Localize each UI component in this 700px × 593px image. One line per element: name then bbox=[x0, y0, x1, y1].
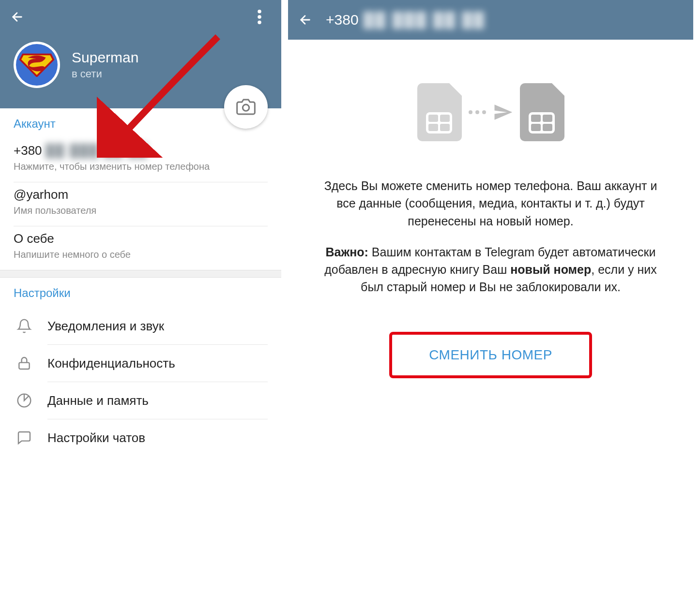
settings-section: Настройки Уведомления и звук Конфиденциа… bbox=[0, 278, 281, 459]
bio-item[interactable]: О себе Напишите немного о себе bbox=[14, 226, 268, 267]
svg-point-2 bbox=[258, 15, 261, 19]
sim-old-icon bbox=[417, 83, 462, 141]
username-hint: Имя пользователя bbox=[14, 205, 268, 216]
profile-status: в сети bbox=[72, 68, 138, 80]
sim-transfer-illustration bbox=[307, 83, 674, 141]
change-number-label: СМЕНИТЬ НОМЕР bbox=[429, 347, 552, 363]
back-button[interactable] bbox=[0, 0, 34, 34]
username-item[interactable]: @yarhom Имя пользователя bbox=[14, 182, 268, 223]
avatar[interactable] bbox=[14, 42, 60, 88]
profile-header: Superman в сети bbox=[0, 0, 281, 108]
change-photo-button[interactable] bbox=[224, 85, 268, 129]
settings-item-chat[interactable]: Настройки чатов bbox=[14, 419, 268, 456]
settings-item-label: Конфиденциальность bbox=[47, 356, 175, 371]
plane-icon bbox=[493, 102, 513, 122]
settings-item-notifications[interactable]: Уведомления и звук bbox=[14, 308, 268, 344]
more-button[interactable] bbox=[243, 0, 276, 34]
change-number-screen: +380 ██ ███ ██ ██ Здесь Вы можете сменит… bbox=[288, 0, 693, 593]
username-value: @yarhom bbox=[14, 187, 268, 202]
info-paragraph-1: Здесь Вы можете сменить номер телефона. … bbox=[321, 177, 660, 230]
section-divider bbox=[0, 270, 281, 278]
phone-hint: Нажмите, чтобы изменить номер телефона bbox=[14, 161, 268, 172]
phone-number-item[interactable]: +380 ██ ███ ██ ██ Нажмите, чтобы изменит… bbox=[14, 138, 268, 179]
header-phone-prefix: +380 bbox=[326, 12, 359, 28]
more-vertical-icon bbox=[258, 10, 261, 24]
change-number-button[interactable]: СМЕНИТЬ НОМЕР bbox=[389, 332, 592, 378]
dots-icon bbox=[469, 110, 486, 114]
new-number-bold: новый номер bbox=[510, 263, 591, 276]
phone-prefix: +380 bbox=[14, 143, 42, 158]
info-paragraph-2: Важно: Вашим контактам в Telegram будет … bbox=[321, 243, 660, 296]
settings-item-label: Уведомления и звук bbox=[47, 319, 164, 334]
settings-header: Настройки bbox=[14, 286, 268, 300]
info-text: Здесь Вы можете сменить номер телефона. … bbox=[321, 177, 660, 296]
arrow-left-icon bbox=[298, 13, 312, 27]
arrow-left-icon bbox=[10, 10, 24, 24]
bio-hint: Напишите немного о себе bbox=[14, 249, 268, 260]
svg-point-1 bbox=[258, 10, 261, 14]
camera-icon bbox=[236, 97, 256, 117]
important-label: Важно: bbox=[326, 245, 368, 259]
phone-blurred: ██ ███ ██ ██ bbox=[46, 143, 148, 158]
bio-label: О себе bbox=[14, 231, 268, 246]
superman-logo-icon bbox=[19, 53, 55, 77]
pie-icon bbox=[16, 393, 32, 408]
sim-new-icon bbox=[520, 83, 564, 141]
svg-point-5 bbox=[243, 104, 249, 111]
lock-icon bbox=[16, 356, 32, 371]
settings-item-data[interactable]: Данные и память bbox=[14, 382, 268, 419]
account-section: Аккаунт +380 ██ ███ ██ ██ Нажмите, чтобы… bbox=[0, 108, 281, 270]
back-button[interactable] bbox=[288, 3, 322, 37]
profile-name: Superman bbox=[72, 49, 138, 66]
change-number-header: +380 ██ ███ ██ ██ bbox=[288, 0, 693, 40]
bell-icon bbox=[16, 318, 32, 334]
settings-profile-screen: Superman в сети Аккаунт +380 bbox=[0, 0, 288, 593]
settings-item-privacy[interactable]: Конфиденциальность bbox=[14, 345, 268, 382]
settings-item-label: Настройки чатов bbox=[47, 430, 145, 445]
svg-point-3 bbox=[258, 21, 261, 25]
settings-item-label: Данные и память bbox=[47, 393, 149, 408]
chat-icon bbox=[16, 430, 32, 445]
header-phone: +380 ██ ███ ██ ██ bbox=[326, 12, 486, 28]
svg-rect-7 bbox=[19, 363, 29, 369]
header-phone-blurred: ██ ███ ██ ██ bbox=[364, 12, 486, 28]
